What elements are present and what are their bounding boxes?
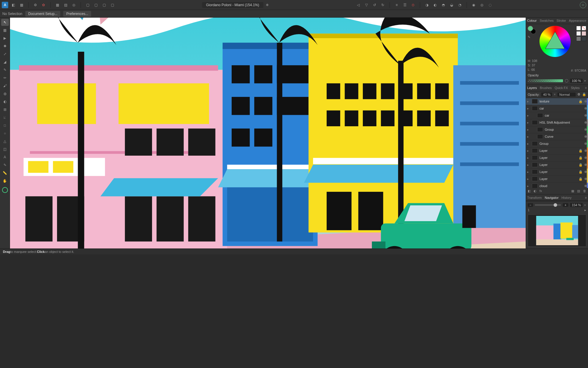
persona-pixel-icon[interactable]: ▦	[18, 2, 25, 8]
layer-row[interactable]: ▸Layer🔒	[526, 169, 588, 176]
eyedropper-icon[interactable]: ✎	[528, 35, 532, 40]
layer-row[interactable]: ▸Group	[526, 140, 588, 147]
visibility-dot[interactable]	[584, 171, 587, 173]
disclosure-icon[interactable]: ▸	[527, 135, 530, 139]
disclosure-icon[interactable]: ▸	[527, 163, 530, 167]
zoom-value[interactable]: 154 %	[570, 203, 583, 207]
lock-icon[interactable]: 🔒	[579, 163, 583, 167]
preferences-button[interactable]: Preferences...	[63, 11, 91, 17]
disclosure-icon[interactable]: ▸	[527, 156, 530, 160]
crop-tool[interactable]: ⟀	[1, 114, 9, 121]
fill-tool[interactable]: ◍	[1, 90, 9, 97]
insert-target-icon[interactable]: ◉	[470, 2, 477, 8]
lock-icon[interactable]: 🔒	[579, 149, 583, 153]
rectangle-tool[interactable]: □	[1, 122, 9, 129]
visibility-dot[interactable]	[584, 100, 587, 102]
rotate-ccw-icon[interactable]: ↺	[371, 2, 378, 8]
nav-stepper-icon[interactable]: ▸	[584, 208, 586, 212]
delete-layer-icon[interactable]: 🗑	[583, 189, 586, 193]
insert-inside-icon[interactable]: ◎	[479, 2, 485, 8]
disclosure-icon[interactable]: ▸	[527, 114, 530, 117]
hand-tool[interactable]: ✋	[1, 177, 9, 184]
visibility-dot[interactable]	[584, 149, 587, 152]
zoom-out-button[interactable]: −	[528, 203, 533, 207]
triangle-tool[interactable]: △	[1, 138, 9, 145]
layer-row[interactable]: ▸Curve	[526, 133, 588, 140]
zoom-in-button[interactable]: +	[563, 203, 568, 207]
boolean-xor-icon[interactable]: ◒	[448, 2, 455, 8]
layer-row[interactable]: ▸car	[526, 105, 588, 112]
guides-icon[interactable]: ▤	[62, 2, 69, 8]
text-tool[interactable]: A	[1, 154, 9, 161]
flip-v-icon[interactable]: ▽	[363, 2, 370, 8]
tab-transform[interactable]: Transform	[527, 196, 542, 199]
layer-lock-icon[interactable]: 🔒	[582, 93, 586, 96]
tab-quickfx[interactable]: Quick FX	[554, 86, 568, 90]
layer-row[interactable]: ▸Layer🔒	[526, 162, 588, 169]
tab-colour[interactable]: Colour	[527, 19, 537, 22]
colour-well[interactable]	[1, 186, 9, 194]
insert-behind-icon[interactable]: ◌	[487, 2, 493, 8]
disclosure-icon[interactable]: ▸	[527, 121, 530, 125]
opacity-slider[interactable]	[528, 79, 563, 82]
brush-tool[interactable]: 🖌	[1, 82, 9, 89]
fill-stroke-wells[interactable]	[528, 26, 536, 34]
move-tool[interactable]: ↖	[1, 19, 9, 26]
fx-icon[interactable]: fx	[539, 189, 542, 193]
tab-brushes[interactable]: Brushes	[540, 86, 552, 90]
zoom-slider[interactable]	[535, 204, 561, 206]
visibility-dot[interactable]	[584, 107, 587, 110]
navigator-preview[interactable]	[528, 214, 586, 247]
layer-opacity-stepper-icon[interactable]: ▾	[554, 93, 556, 96]
visibility-dot[interactable]	[584, 135, 587, 138]
move-front-icon[interactable]: ▢	[101, 2, 107, 8]
move-back-icon[interactable]: ▢	[84, 2, 91, 8]
contour-tool[interactable]: ⤢	[1, 51, 9, 58]
adjustment-icon[interactable]: ◐	[534, 189, 537, 193]
opacity-value[interactable]: 100 %	[570, 79, 583, 83]
hex-value[interactable]: 97C98A	[574, 69, 586, 72]
account-icon[interactable]: ፨	[580, 2, 586, 8]
lock-icon[interactable]: 🔒	[579, 170, 583, 174]
layer-row[interactable]: ▸Layer🔒	[526, 154, 588, 162]
lock-icon[interactable]: 🔒	[579, 100, 583, 103]
disclosure-icon[interactable]: ▸	[527, 170, 530, 174]
layer-row[interactable]: ▸HSL Shift Adjustment	[526, 119, 588, 126]
visibility-dot[interactable]	[584, 178, 587, 180]
rotate-cw-icon[interactable]: ↻	[380, 2, 386, 8]
visibility-dot[interactable]	[584, 128, 587, 131]
colour-wheel[interactable]	[539, 26, 571, 57]
boolean-add-icon[interactable]: ◑	[424, 2, 430, 8]
zoom-stepper-icon[interactable]: ▸	[584, 203, 586, 207]
disclosure-icon[interactable]: ▸	[527, 107, 530, 110]
boolean-divide-icon[interactable]: ◔	[457, 2, 463, 8]
place-tool[interactable]: ⊞	[1, 106, 9, 113]
move-forward-icon[interactable]: ▢	[93, 2, 99, 8]
tab-stroke[interactable]: Stroke	[557, 19, 566, 22]
lock-icon[interactable]: 🔒	[579, 177, 583, 181]
visibility-dot[interactable]	[584, 185, 587, 187]
pen-tool[interactable]: ✎	[1, 66, 9, 73]
align-icon[interactable]: ≡	[393, 2, 400, 8]
blend-mode-select[interactable]: Normal	[557, 93, 576, 97]
disclosure-icon[interactable]: ▸	[527, 184, 530, 188]
document-setup-button[interactable]: Document Setup...	[25, 11, 60, 17]
column-guides-icon[interactable]: ◎	[71, 2, 77, 8]
visibility-dot[interactable]	[584, 157, 587, 159]
visibility-dot[interactable]	[584, 164, 587, 166]
corner-tool[interactable]: ◢	[1, 58, 9, 65]
disclosure-icon[interactable]: ▸	[527, 128, 530, 132]
visibility-dot[interactable]	[584, 114, 587, 117]
recent-swatches[interactable]	[576, 26, 586, 57]
add-pixel-layer-icon[interactable]: ▧	[577, 189, 580, 193]
mask-icon[interactable]: ◧	[528, 189, 531, 193]
disclosure-icon[interactable]: ▸	[527, 149, 530, 153]
eyedropper-tool[interactable]: ✎	[1, 162, 9, 169]
point-transform-tool[interactable]: ✺	[1, 43, 9, 50]
snap-toggle-icon[interactable]: ⊙	[410, 2, 416, 8]
move-last-icon[interactable]: ▢	[109, 2, 116, 8]
artboard-tool[interactable]: ◫	[1, 146, 9, 153]
layer-row[interactable]: ▸cloud	[526, 183, 588, 188]
layer-opacity-value[interactable]: 40 %	[541, 93, 552, 97]
opacity-stepper-icon[interactable]: ▸	[584, 79, 586, 83]
